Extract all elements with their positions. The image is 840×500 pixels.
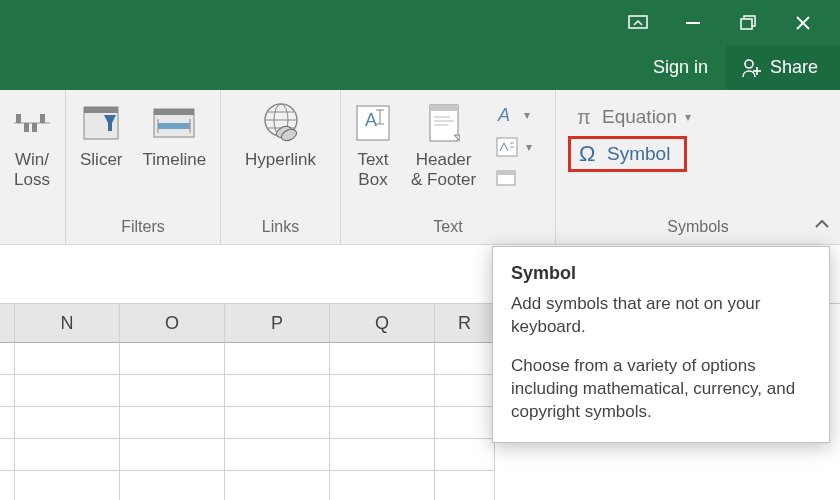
hyperlink-label: Hyperlink (245, 150, 316, 170)
svg-rect-15 (84, 107, 118, 113)
signature-icon (496, 137, 518, 157)
svg-text:Ω: Ω (579, 143, 595, 165)
object-icon (496, 170, 516, 188)
svg-point-6 (745, 60, 753, 68)
collapse-ribbon-button[interactable] (814, 216, 830, 234)
winloss-label: Win/ Loss (14, 150, 50, 189)
tooltip-body: Choose from a variety of options includi… (511, 355, 811, 424)
winloss-button[interactable]: Win/ Loss (4, 98, 60, 189)
column-header[interactable]: Q (330, 304, 435, 343)
account-bar: Sign in Share (0, 45, 840, 90)
group-label-sparklines (4, 212, 61, 240)
slicer-button[interactable]: Slicer (70, 98, 133, 170)
svg-text:A: A (365, 110, 377, 130)
wordart-button[interactable]: A ▾ (490, 100, 538, 130)
tooltip-symbol: Symbol Add symbols that are not on your … (492, 246, 830, 443)
svg-rect-35 (430, 105, 458, 111)
wordart-icon: A (496, 105, 516, 125)
dropdown-caret-icon: ▾ (524, 108, 530, 122)
group-sparklines: Win/ Loss (0, 90, 66, 244)
hyperlink-button[interactable]: Hyperlink (225, 98, 336, 170)
svg-rect-13 (40, 114, 45, 123)
title-bar (0, 0, 840, 45)
slicer-icon (82, 102, 120, 144)
tooltip-title: Symbol (511, 261, 811, 285)
group-label-filters: Filters (70, 212, 216, 240)
text-small-buttons: A ▾ ▾ (486, 98, 542, 196)
pi-icon: π (576, 107, 596, 127)
timeline-label: Timeline (143, 150, 207, 170)
equation-button[interactable]: π Equation ▾ (568, 102, 697, 132)
group-label-symbols: Symbols (560, 212, 836, 240)
svg-rect-11 (24, 123, 29, 132)
svg-rect-10 (16, 114, 21, 123)
tooltip-body: Add symbols that are not on your keyboar… (511, 293, 811, 339)
symbol-label: Symbol (607, 143, 670, 165)
textbox-icon: A (355, 102, 391, 144)
omega-icon: Ω (579, 143, 601, 165)
svg-rect-18 (154, 109, 194, 115)
ribbon-display-options-button[interactable] (610, 0, 665, 45)
header-footer-button[interactable]: Header & Footer (401, 98, 486, 189)
svg-text:A: A (497, 105, 510, 125)
column-header[interactable]: R (435, 304, 495, 343)
dropdown-caret-icon: ▾ (526, 140, 532, 154)
minimize-button[interactable] (665, 0, 720, 45)
object-button[interactable] (490, 164, 538, 194)
close-button[interactable] (775, 0, 830, 45)
group-label-links: Links (225, 212, 336, 240)
header-footer-label: Header & Footer (411, 150, 476, 189)
timeline-button[interactable]: Timeline (133, 98, 217, 170)
share-button[interactable]: Share (726, 45, 840, 90)
column-header[interactable]: N (15, 304, 120, 343)
svg-rect-45 (497, 171, 515, 175)
textbox-button[interactable]: A Text Box (345, 98, 401, 189)
ribbon: Win/ Loss Slicer Timeline Filters (0, 90, 840, 245)
svg-rect-3 (741, 19, 752, 29)
svg-rect-12 (32, 123, 37, 132)
textbox-label: Text Box (357, 150, 388, 189)
svg-text:π: π (577, 107, 591, 127)
slicer-label: Slicer (80, 150, 123, 170)
share-label: Share (770, 57, 818, 78)
signature-line-button[interactable]: ▾ (490, 132, 538, 162)
select-all-corner[interactable] (0, 304, 15, 343)
dropdown-caret-icon: ▾ (685, 110, 691, 124)
sign-in-button[interactable]: Sign in (635, 45, 726, 90)
group-filters: Slicer Timeline Filters (66, 90, 221, 244)
symbol-button[interactable]: Ω Symbol (568, 136, 687, 172)
timeline-icon (152, 102, 196, 144)
header-footer-icon (428, 102, 460, 144)
group-symbols: π Equation ▾ Ω Symbol Symbols (556, 90, 840, 244)
winloss-icon (14, 102, 50, 144)
group-links: Hyperlink Links (221, 90, 341, 244)
column-header[interactable]: P (225, 304, 330, 343)
group-text: A Text Box Header & Footer A ▾ ▾ (341, 90, 556, 244)
equation-label: Equation (602, 106, 677, 128)
restore-button[interactable] (720, 0, 775, 45)
column-header[interactable]: O (120, 304, 225, 343)
hyperlink-icon (260, 102, 302, 144)
svg-rect-19 (158, 123, 190, 129)
group-label-text: Text (345, 212, 551, 240)
